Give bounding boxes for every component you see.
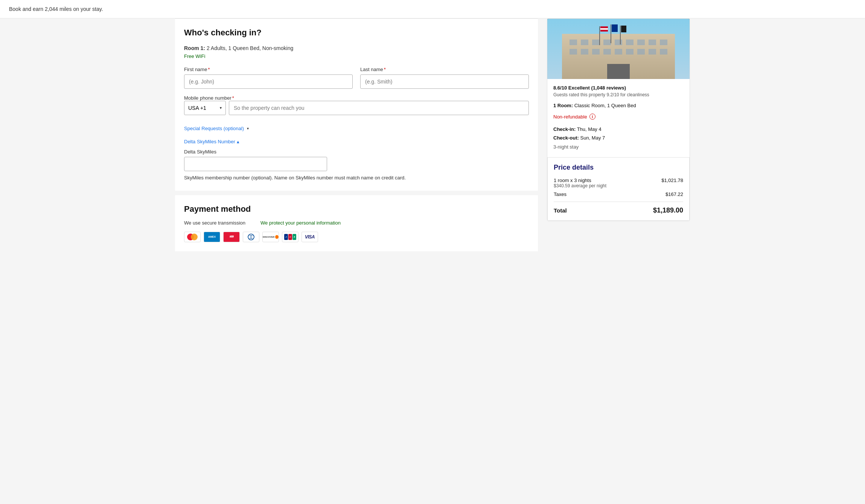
first-name-label: First name* [184, 67, 353, 72]
taxes-label: Taxes [554, 191, 567, 197]
svg-rect-18 [592, 49, 600, 55]
svg-rect-34 [621, 26, 626, 32]
room-details: 2 Adults, 1 Queen Bed, Non-smoking [207, 45, 293, 51]
non-refundable-info-icon[interactable]: i [589, 114, 595, 120]
checkin-title: Who's checking in? [184, 28, 529, 38]
first-name-group: First name* [184, 67, 353, 89]
special-requests-row: Special Requests (optional) ▾ [184, 121, 529, 131]
non-refundable-badge: Non-refundable i [553, 114, 684, 120]
skymiles-field-label: Delta SkyMiles [184, 149, 529, 155]
rooms-label-group: 1 room x 3 nights $340.59 average per ni… [554, 178, 606, 188]
skymiles-input[interactable] [184, 157, 327, 171]
special-requests-toggle[interactable]: Special Requests (optional) ▾ [184, 126, 249, 131]
svg-rect-22 [637, 49, 645, 55]
svg-point-1 [191, 234, 198, 240]
cleanliness-row: Guests rated this property 9.2/10 for cl… [553, 92, 684, 97]
section-divider [175, 191, 538, 195]
first-name-input[interactable] [184, 74, 353, 89]
skymiles-toggle[interactable]: Delta SkyMiles Number ▴ [184, 139, 239, 144]
svg-rect-13 [637, 39, 645, 45]
payment-title: Payment method [184, 204, 529, 214]
total-label: Total [554, 207, 567, 214]
checkin-section: Who's checking in? Room 1: 2 Adults, 1 Q… [175, 18, 538, 191]
svg-rect-15 [660, 39, 667, 45]
checkin-row: Check-in: Thu, May 4 [553, 125, 684, 134]
security-row: We use secure transmission We protect yo… [184, 220, 529, 226]
skymiles-chevron-up: ▴ [237, 139, 239, 144]
country-code-select[interactable]: USA +1 UK +44 Canada +1 [188, 101, 222, 115]
svg-rect-30 [600, 30, 608, 32]
svg-rect-14 [649, 39, 656, 45]
payment-section: Payment method We use secure transmissio… [175, 195, 538, 251]
card-icons-row: AMEX 銀聯 DISCOVER [184, 232, 529, 242]
discover-icon: DISCOVER [262, 232, 279, 242]
first-name-required: * [208, 67, 210, 72]
skymiles-toggle-row: Delta SkyMiles Number ▴ [184, 134, 529, 144]
skymiles-section: Delta SkyMiles SkyMiles membership numbe… [184, 149, 529, 182]
country-select-wrapper[interactable]: USA +1 UK +44 Canada +1 [184, 101, 226, 115]
price-details-title: Price details [554, 164, 683, 172]
phone-wrapper: USA +1 UK +44 Canada +1 [184, 101, 529, 115]
svg-rect-12 [626, 39, 634, 45]
svg-rect-20 [615, 49, 622, 55]
protect-info-label: We protect your personal information [260, 220, 341, 226]
total-value: $1,189.00 [653, 206, 683, 214]
stay-length: 3-night stay [553, 143, 684, 151]
unionpay-icon: 銀聯 [223, 232, 240, 242]
avg-per-night: $340.59 average per night [554, 183, 606, 188]
svg-point-3 [248, 235, 252, 239]
svg-rect-24 [660, 49, 667, 55]
hotel-card: InterContinental New York Barclay, an IH… [547, 18, 690, 221]
skymiles-note: SkyMiles membership number (optional). N… [184, 174, 529, 182]
total-row: Total $1,189.00 [554, 206, 683, 214]
svg-rect-11 [615, 39, 622, 45]
top-banner: Book and earn 2,044 miles on your stay. [0, 0, 865, 18]
svg-rect-10 [603, 39, 611, 45]
svg-rect-16 [570, 49, 577, 55]
name-row: First name* Last name* [184, 67, 529, 89]
last-name-label: Last name* [360, 67, 529, 72]
secure-transmission-label: We use secure transmission [184, 220, 245, 226]
free-wifi-label: Free WiFi [184, 53, 529, 59]
svg-rect-9 [592, 39, 600, 45]
room-label: Room 1: 2 Adults, 1 Queen Bed, Non-smoki… [184, 45, 529, 51]
svg-rect-25 [607, 64, 630, 79]
rooms-price-value: $1,021.78 [661, 178, 683, 183]
rooms-price-row: 1 room x 3 nights $340.59 average per ni… [554, 178, 683, 188]
svg-rect-32 [612, 24, 618, 32]
svg-rect-23 [649, 49, 656, 55]
svg-rect-17 [581, 49, 588, 55]
jcb-icon: J C B [282, 232, 298, 242]
svg-point-4 [250, 235, 254, 239]
room-info: 1 Room: Classic Room, 1 Queen Bed [553, 103, 684, 108]
last-name-input[interactable] [360, 74, 529, 89]
svg-rect-19 [603, 49, 611, 55]
phone-required: * [232, 95, 234, 101]
amex-icon: AMEX [204, 232, 220, 242]
special-requests-chevron: ▾ [247, 126, 249, 131]
rating-row: 8.6/10 Excellent (1,048 reviews) [553, 85, 684, 91]
svg-rect-28 [600, 26, 608, 28]
phone-group: Mobile phone number* USA +1 UK +44 Canad… [184, 95, 529, 115]
visa-icon: VISA [302, 232, 318, 242]
svg-rect-29 [600, 28, 608, 30]
phone-label: Mobile phone number* [184, 95, 234, 101]
last-name-required: * [384, 67, 386, 72]
banner-text: Book and earn 2,044 miles on your stay. [9, 6, 103, 12]
phone-input[interactable] [229, 101, 529, 115]
checkout-row: Check-out: Sun, May 7 [553, 134, 684, 142]
taxes-row: Taxes $167.22 [554, 191, 683, 197]
last-name-group: Last name* [360, 67, 529, 89]
mastercard-icon [184, 232, 201, 242]
hotel-image: InterContinental New York Barclay, an IH… [547, 19, 690, 79]
svg-rect-7 [570, 39, 577, 45]
checkin-info: Check-in: Thu, May 4 Check-out: Sun, May… [553, 125, 684, 151]
diners-icon [243, 232, 259, 242]
svg-point-2 [248, 234, 254, 240]
hotel-details: 8.6/10 Excellent (1,048 reviews) Guests … [547, 79, 690, 157]
price-divider [554, 202, 683, 202]
price-section: Price details 1 room x 3 nights $340.59 … [547, 158, 690, 221]
rooms-label: 1 room x 3 nights [554, 178, 606, 183]
svg-rect-8 [581, 39, 588, 45]
svg-rect-21 [626, 49, 634, 55]
